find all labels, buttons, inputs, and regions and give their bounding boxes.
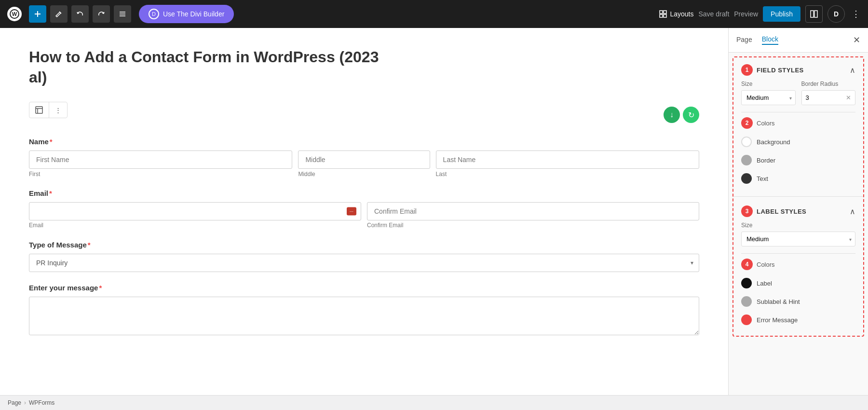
- badge-3: 3: [741, 205, 753, 217]
- message-textarea[interactable]: [29, 297, 699, 335]
- page-title: How to Add a Contact Form in WordPress (…: [29, 47, 699, 87]
- name-label: Name*: [29, 137, 699, 146]
- confirm-email-input[interactable]: [367, 202, 699, 220]
- label-size-select[interactable]: Medium: [741, 232, 855, 246]
- svg-rect-14: [36, 107, 42, 113]
- publish-button[interactable]: Publish: [763, 6, 800, 22]
- last-name-field: Last: [436, 150, 699, 178]
- svg-rect-8: [660, 11, 663, 14]
- breadcrumb-item[interactable]: WPForms: [29, 399, 54, 406]
- block-type-button[interactable]: [29, 102, 49, 118]
- add-block-button[interactable]: [29, 5, 46, 23]
- sublabel-color-option[interactable]: Sublabel & Hint: [741, 292, 855, 311]
- label-size-arrow: ▾: [849, 236, 852, 242]
- label-color-circle: [741, 278, 752, 288]
- panel-header: Page Block ✕: [729, 28, 868, 53]
- divi-builder-button[interactable]: D Use The Divi Builder: [139, 5, 234, 23]
- save-draft-button[interactable]: Save draft: [698, 10, 729, 18]
- size-radius-row: Size Medium ▾ Border Radius: [741, 81, 855, 105]
- edit-icon-refresh[interactable]: ↻: [683, 107, 699, 123]
- email-field: ··· Email: [29, 202, 361, 229]
- view-toggle-button[interactable]: [805, 5, 823, 23]
- size-select[interactable]: Medium: [741, 90, 796, 105]
- field-styles-title: Field Styles: [757, 67, 804, 74]
- label-color-option[interactable]: Label: [741, 274, 855, 292]
- border-color-option[interactable]: Border: [741, 151, 855, 169]
- label-color-name: Label: [757, 280, 772, 287]
- block-more-button[interactable]: ⋮: [49, 103, 67, 118]
- more-options-button[interactable]: ⋮: [850, 7, 862, 21]
- type-select[interactable]: PR Inquiry: [29, 254, 699, 272]
- field-styles-header[interactable]: 1 Field Styles ∧: [733, 57, 863, 81]
- tab-page[interactable]: Page: [736, 35, 752, 45]
- sublabel-color-circle: [741, 296, 752, 307]
- type-section: Type of Message* PR Inquiry ▾: [29, 241, 699, 272]
- background-color-option[interactable]: Background: [741, 133, 855, 151]
- label-styles-body: Size Medium ▾ 4 Colors Label: [733, 222, 863, 336]
- label-colors-row: 4 Colors: [741, 259, 855, 270]
- email-section: Email* ··· Email Confirm Email: [29, 189, 699, 229]
- text-color-option[interactable]: Text: [741, 169, 855, 188]
- breadcrumb-page[interactable]: Page: [8, 399, 21, 406]
- border-color-name: Border: [757, 157, 775, 164]
- error-color-option[interactable]: Error Message: [741, 311, 855, 329]
- breadcrumb-separator: ›: [24, 399, 26, 406]
- close-panel-button[interactable]: ✕: [853, 35, 860, 45]
- background-color-name: Background: [757, 138, 790, 146]
- middle-sub-label: Middle: [298, 171, 430, 178]
- badge-2: 2: [741, 117, 753, 129]
- field-colors-row: 2 Colors: [741, 117, 855, 129]
- middle-name-input[interactable]: [298, 150, 430, 169]
- border-radius-field: Border Radius ✕: [801, 81, 856, 105]
- email-icon: ···: [347, 207, 356, 216]
- svg-rect-9: [664, 11, 666, 14]
- badge-4: 4: [741, 259, 753, 270]
- block-toolbar-row: ⋮ ↓ ↻: [29, 102, 699, 128]
- middle-name-field: Middle: [298, 150, 430, 178]
- divider-2: [733, 196, 863, 197]
- confirm-email-field: Confirm Email: [367, 202, 699, 229]
- email-input[interactable]: [29, 202, 361, 220]
- border-radius-input-wrapper: ✕: [801, 90, 856, 105]
- panel-dashed-border: 1 Field Styles ∧ Size Medium: [732, 56, 864, 337]
- error-color-name: Error Message: [757, 316, 798, 324]
- label-size-label: Size: [741, 222, 855, 229]
- top-toolbar: W D Use The Divi Builder Layouts Save dr…: [0, 0, 868, 28]
- form-edit-icons: ↓ ↻: [664, 107, 699, 123]
- label-styles-header[interactable]: 3 Label Styles ∧: [733, 199, 863, 222]
- redo-button[interactable]: [93, 5, 110, 23]
- email-input-wrapper: ···: [29, 202, 361, 220]
- size-field: Size Medium ▾: [741, 81, 796, 105]
- list-view-button[interactable]: [114, 5, 131, 23]
- field-colors-label: Colors: [757, 120, 775, 127]
- wp-logo[interactable]: W: [6, 5, 23, 23]
- edit-button[interactable]: [50, 5, 68, 23]
- label-styles-toggle: ∧: [850, 207, 855, 216]
- badge-1: 1: [741, 64, 753, 76]
- type-select-wrapper: PR Inquiry ▾: [29, 254, 699, 272]
- layouts-button[interactable]: Layouts: [659, 10, 693, 18]
- label-styles-title: Label Styles: [757, 208, 806, 215]
- divider-1: [741, 112, 855, 112]
- last-name-input[interactable]: [436, 150, 699, 169]
- border-radius-label: Border Radius: [801, 81, 856, 87]
- divi-menu-button[interactable]: D: [827, 5, 845, 23]
- divider-3: [741, 253, 855, 254]
- first-name-input[interactable]: [29, 150, 292, 169]
- email-label: Email*: [29, 189, 699, 197]
- sublabel-color-name: Sublabel & Hint: [757, 298, 800, 305]
- undo-button[interactable]: [71, 5, 89, 23]
- border-radius-clear[interactable]: ✕: [842, 91, 855, 105]
- border-radius-input[interactable]: [802, 91, 842, 105]
- edit-icon-down[interactable]: ↓: [664, 107, 680, 123]
- tab-block[interactable]: Block: [762, 35, 778, 45]
- error-color-circle: [741, 314, 752, 325]
- panel-tabs: Page Block: [736, 35, 778, 45]
- svg-text:W: W: [12, 11, 17, 17]
- divi-icon: D: [149, 9, 159, 19]
- preview-button[interactable]: Preview: [734, 10, 758, 18]
- block-toolbar: ⋮: [29, 102, 68, 118]
- panel-content: 1 Field Styles ∧ Size Medium: [729, 53, 868, 395]
- content-area: How to Add a Contact Form in WordPress (…: [0, 28, 728, 395]
- svg-rect-13: [814, 11, 817, 17]
